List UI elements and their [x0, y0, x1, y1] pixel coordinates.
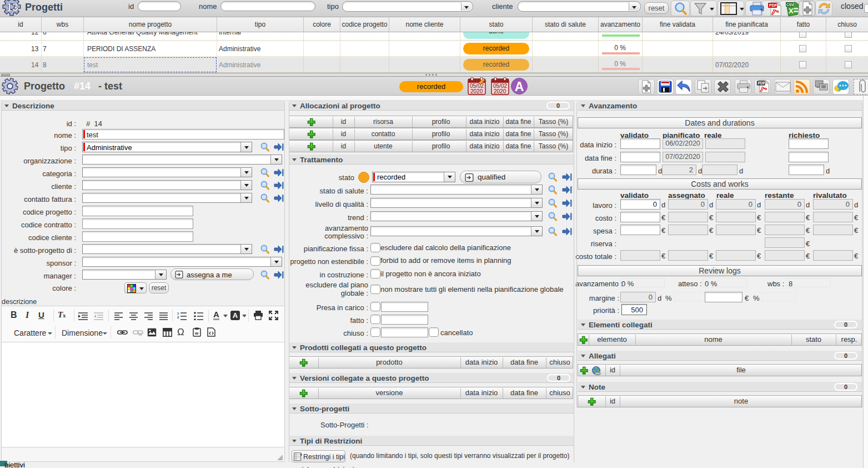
svg-text:2020: 2020	[494, 88, 506, 94]
svg-text:1: 1	[177, 312, 179, 315]
svg-text:PDF: PDF	[769, 3, 777, 7]
svg-text:13: 13	[6, 1, 18, 13]
svg-text:w: w	[194, 331, 199, 336]
svg-text:X: X	[789, 7, 794, 15]
svg-text:PDF: PDF	[758, 81, 765, 85]
svg-text:2: 2	[177, 316, 179, 319]
svg-text:CSV: CSV	[786, 3, 794, 7]
svg-text:2020: 2020	[470, 88, 483, 94]
